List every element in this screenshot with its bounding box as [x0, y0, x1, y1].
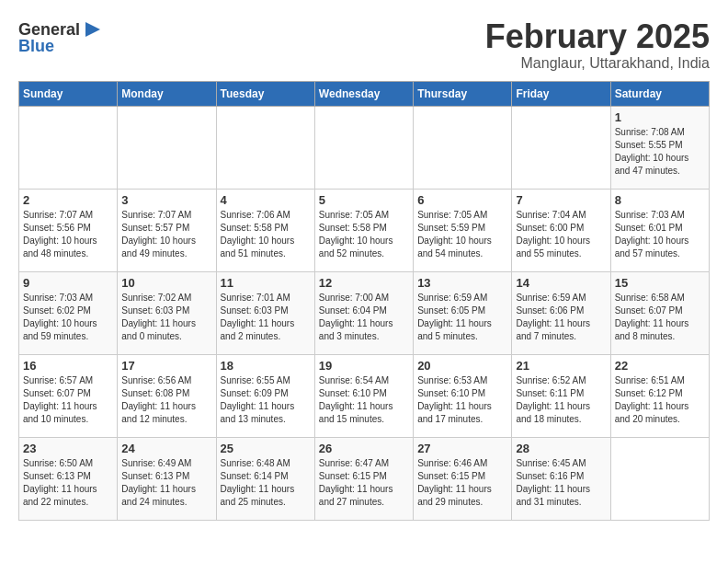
- day-number: 4: [221, 193, 311, 207]
- day-number: 10: [121, 276, 211, 290]
- logo: General Blue: [18, 18, 104, 56]
- calendar-cell: [118, 106, 216, 189]
- calendar-cell: 3Sunrise: 7:07 AM Sunset: 5:57 PM Daylig…: [118, 189, 216, 271]
- day-info: Sunrise: 7:05 AM Sunset: 5:59 PM Dayligh…: [417, 209, 507, 260]
- title-block: February 2025 Manglaur, Uttarakhand, Ind…: [485, 18, 710, 72]
- day-info: Sunrise: 6:52 AM Sunset: 6:11 PM Dayligh…: [516, 374, 606, 426]
- calendar-week-row: 1Sunrise: 7:08 AM Sunset: 5:55 PM Daylig…: [19, 106, 710, 189]
- calendar-header-cell: Wednesday: [314, 81, 413, 106]
- day-info: Sunrise: 7:01 AM Sunset: 6:03 PM Dayligh…: [221, 292, 311, 343]
- day-number: 7: [516, 193, 606, 207]
- day-number: 16: [23, 359, 113, 373]
- calendar-cell: 26Sunrise: 6:47 AM Sunset: 6:15 PM Dayli…: [314, 437, 413, 520]
- calendar-week-row: 23Sunrise: 6:50 AM Sunset: 6:13 PM Dayli…: [19, 437, 710, 520]
- calendar-cell: [512, 106, 610, 189]
- day-number: 14: [516, 276, 606, 290]
- calendar-week-row: 16Sunrise: 6:57 AM Sunset: 6:07 PM Dayli…: [19, 354, 710, 437]
- day-info: Sunrise: 7:04 AM Sunset: 6:00 PM Dayligh…: [516, 209, 606, 260]
- day-number: 9: [23, 276, 113, 290]
- day-number: 15: [615, 276, 705, 290]
- calendar-header-cell: Friday: [512, 81, 610, 106]
- day-number: 6: [417, 193, 507, 207]
- calendar-header-row: SundayMondayTuesdayWednesdayThursdayFrid…: [19, 81, 710, 106]
- calendar-header-cell: Monday: [118, 81, 216, 106]
- calendar-cell: 14Sunrise: 6:59 AM Sunset: 6:06 PM Dayli…: [512, 271, 610, 354]
- day-info: Sunrise: 6:54 AM Sunset: 6:10 PM Dayligh…: [319, 374, 409, 426]
- day-number: 13: [417, 276, 507, 290]
- calendar-body: 1Sunrise: 7:08 AM Sunset: 5:55 PM Daylig…: [19, 106, 710, 520]
- calendar-week-row: 2Sunrise: 7:07 AM Sunset: 5:56 PM Daylig…: [19, 189, 710, 271]
- day-number: 18: [221, 359, 311, 373]
- calendar-cell: 1Sunrise: 7:08 AM Sunset: 5:55 PM Daylig…: [610, 106, 709, 189]
- day-number: 21: [516, 359, 606, 373]
- calendar-cell: [19, 106, 118, 189]
- day-info: Sunrise: 7:08 AM Sunset: 5:55 PM Dayligh…: [615, 126, 705, 178]
- day-info: Sunrise: 6:48 AM Sunset: 6:14 PM Dayligh…: [221, 457, 311, 509]
- calendar-cell: 20Sunrise: 6:53 AM Sunset: 6:10 PM Dayli…: [414, 354, 512, 437]
- day-info: Sunrise: 6:56 AM Sunset: 6:08 PM Dayligh…: [121, 374, 211, 426]
- day-number: 5: [319, 193, 409, 207]
- calendar-cell: 7Sunrise: 7:04 AM Sunset: 6:00 PM Daylig…: [512, 189, 610, 271]
- page-header: General Blue February 2025 Manglaur, Utt…: [18, 18, 710, 72]
- day-info: Sunrise: 6:57 AM Sunset: 6:07 PM Dayligh…: [23, 374, 113, 426]
- day-info: Sunrise: 6:59 AM Sunset: 6:05 PM Dayligh…: [417, 292, 507, 343]
- day-info: Sunrise: 6:59 AM Sunset: 6:06 PM Dayligh…: [516, 292, 606, 343]
- day-info: Sunrise: 6:53 AM Sunset: 6:10 PM Dayligh…: [417, 374, 507, 426]
- day-number: 1: [615, 110, 705, 124]
- calendar-cell: 23Sunrise: 6:50 AM Sunset: 6:13 PM Dayli…: [19, 437, 118, 520]
- calendar-cell: 4Sunrise: 7:06 AM Sunset: 5:58 PM Daylig…: [216, 189, 314, 271]
- day-number: 27: [417, 442, 507, 455]
- day-info: Sunrise: 7:07 AM Sunset: 5:56 PM Dayligh…: [23, 209, 113, 260]
- day-info: Sunrise: 7:02 AM Sunset: 6:03 PM Dayligh…: [121, 292, 211, 343]
- calendar-cell: 22Sunrise: 6:51 AM Sunset: 6:12 PM Dayli…: [610, 354, 709, 437]
- day-number: 3: [121, 193, 211, 207]
- calendar-cell: 5Sunrise: 7:05 AM Sunset: 5:58 PM Daylig…: [314, 189, 413, 271]
- calendar-cell: 24Sunrise: 6:49 AM Sunset: 6:13 PM Dayli…: [118, 437, 216, 520]
- calendar-header-cell: Tuesday: [216, 81, 314, 106]
- calendar-cell: 18Sunrise: 6:55 AM Sunset: 6:09 PM Dayli…: [216, 354, 314, 437]
- day-info: Sunrise: 7:07 AM Sunset: 5:57 PM Dayligh…: [121, 209, 211, 260]
- day-info: Sunrise: 6:50 AM Sunset: 6:13 PM Dayligh…: [23, 457, 113, 509]
- calendar-header-cell: Saturday: [610, 81, 709, 106]
- calendar-cell: 13Sunrise: 6:59 AM Sunset: 6:05 PM Dayli…: [414, 271, 512, 354]
- day-number: 23: [23, 442, 113, 455]
- calendar-cell: 16Sunrise: 6:57 AM Sunset: 6:07 PM Dayli…: [19, 354, 118, 437]
- day-info: Sunrise: 7:03 AM Sunset: 6:01 PM Dayligh…: [615, 209, 705, 260]
- logo-blue: Blue: [18, 37, 54, 56]
- day-info: Sunrise: 6:58 AM Sunset: 6:07 PM Dayligh…: [615, 292, 705, 343]
- day-info: Sunrise: 6:49 AM Sunset: 6:13 PM Dayligh…: [121, 457, 211, 509]
- day-info: Sunrise: 6:45 AM Sunset: 6:16 PM Dayligh…: [516, 457, 606, 509]
- calendar-cell: [216, 106, 314, 189]
- day-number: 17: [121, 359, 211, 373]
- day-info: Sunrise: 7:00 AM Sunset: 6:04 PM Dayligh…: [319, 292, 409, 343]
- day-info: Sunrise: 6:46 AM Sunset: 6:15 PM Dayligh…: [417, 457, 507, 509]
- calendar-cell: 17Sunrise: 6:56 AM Sunset: 6:08 PM Dayli…: [118, 354, 216, 437]
- calendar-cell: 11Sunrise: 7:01 AM Sunset: 6:03 PM Dayli…: [216, 271, 314, 354]
- day-number: 8: [615, 193, 705, 207]
- day-number: 25: [221, 442, 311, 455]
- calendar-header-cell: Sunday: [19, 81, 118, 106]
- logo-icon: [82, 18, 104, 40]
- calendar-cell: 8Sunrise: 7:03 AM Sunset: 6:01 PM Daylig…: [610, 189, 709, 271]
- day-number: 12: [319, 276, 409, 290]
- calendar-cell: 21Sunrise: 6:52 AM Sunset: 6:11 PM Dayli…: [512, 354, 610, 437]
- calendar-cell: 6Sunrise: 7:05 AM Sunset: 5:59 PM Daylig…: [414, 189, 512, 271]
- calendar-cell: 9Sunrise: 7:03 AM Sunset: 6:02 PM Daylig…: [19, 271, 118, 354]
- calendar-cell: [414, 106, 512, 189]
- calendar-week-row: 9Sunrise: 7:03 AM Sunset: 6:02 PM Daylig…: [19, 271, 710, 354]
- month-title: February 2025: [485, 18, 710, 55]
- calendar-cell: 15Sunrise: 6:58 AM Sunset: 6:07 PM Dayli…: [610, 271, 709, 354]
- day-number: 26: [319, 442, 409, 455]
- day-info: Sunrise: 7:03 AM Sunset: 6:02 PM Dayligh…: [23, 292, 113, 343]
- calendar-cell: 27Sunrise: 6:46 AM Sunset: 6:15 PM Dayli…: [414, 437, 512, 520]
- calendar-table: SundayMondayTuesdayWednesdayThursdayFrid…: [18, 81, 710, 521]
- day-info: Sunrise: 6:55 AM Sunset: 6:09 PM Dayligh…: [221, 374, 311, 426]
- day-info: Sunrise: 7:06 AM Sunset: 5:58 PM Dayligh…: [221, 209, 311, 260]
- calendar-header-cell: Thursday: [414, 81, 512, 106]
- location-title: Manglaur, Uttarakhand, India: [485, 55, 710, 72]
- calendar-cell: 19Sunrise: 6:54 AM Sunset: 6:10 PM Dayli…: [314, 354, 413, 437]
- day-number: 22: [615, 359, 705, 373]
- calendar-cell: [314, 106, 413, 189]
- calendar-cell: 12Sunrise: 7:00 AM Sunset: 6:04 PM Dayli…: [314, 271, 413, 354]
- day-number: 11: [221, 276, 311, 290]
